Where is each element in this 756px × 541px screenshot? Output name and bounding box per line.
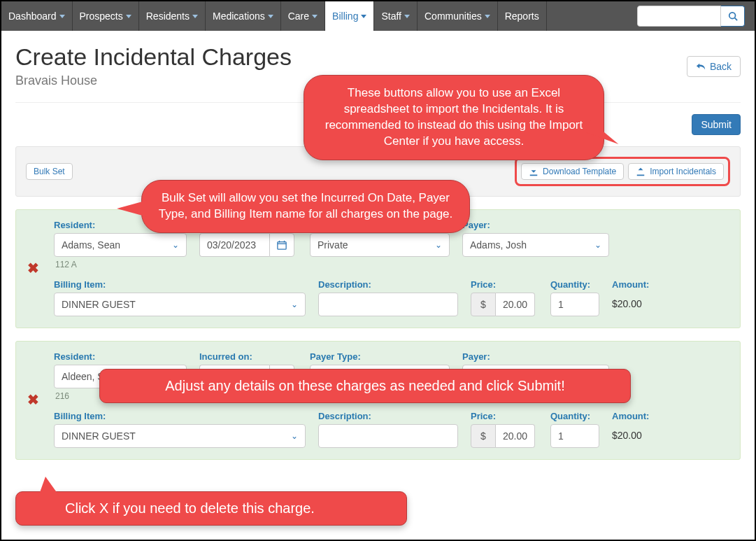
chevron-down-icon: ⌄ [291, 431, 298, 441]
nav-communities[interactable]: Communities [418, 1, 498, 31]
callout-tail-icon [117, 200, 148, 217]
submit-button[interactable]: Submit [692, 114, 741, 135]
nav-billing[interactable]: Billing [325, 1, 374, 31]
billing-item-value: DINNER GUEST [62, 430, 136, 442]
calendar-button[interactable] [269, 233, 294, 257]
payer-type-value: Private [318, 239, 348, 251]
chevron-down-icon [192, 15, 198, 18]
price-label: Price: [471, 279, 538, 290]
quantity-input[interactable]: 1 [550, 424, 599, 448]
search-icon [728, 11, 738, 21]
svg-line-1 [734, 18, 737, 21]
payer-select[interactable]: Adams, Josh⌄ [462, 233, 609, 257]
nav-dashboard[interactable]: Dashboard [1, 1, 73, 31]
chevron-down-icon [126, 15, 131, 18]
price-input[interactable]: 20.00 [496, 293, 535, 316]
nav-medications[interactable]: Medications [206, 1, 281, 31]
billing-item-value: DINNER GUEST [62, 299, 136, 310]
chevron-down-icon [485, 15, 490, 18]
nav-label: Communities [425, 10, 482, 22]
price-label: Price: [471, 411, 538, 421]
amount-label: Amount: [612, 279, 668, 290]
payer-label: Payer: [462, 220, 609, 230]
price-value: 20.00 [503, 299, 527, 310]
annotation-callout: Bulk Set will allow you set the Incurred… [141, 180, 470, 233]
import-label: Import Incidentals [650, 167, 716, 176]
delete-charge-button[interactable]: ✖ [27, 260, 39, 276]
chevron-down-icon [312, 15, 318, 18]
billing-item-label: Billing Item: [54, 279, 306, 290]
payer-label: Payer: [462, 351, 609, 362]
quantity-label: Quantity: [550, 411, 599, 421]
delete-charge-button[interactable]: ✖ [27, 391, 39, 408]
price-input-group: $ 20.00 [471, 424, 538, 448]
resident-select[interactable]: Adams, Sean⌄ [54, 233, 187, 257]
bulk-set-label: Bulk Set [34, 167, 65, 176]
description-input[interactable] [318, 293, 458, 316]
quantity-value: 1 [558, 299, 564, 310]
payer-type-select[interactable]: Private⌄ [310, 233, 450, 257]
incurred-on-label: Incurred on: [199, 351, 297, 362]
annotation-text: Bulk Set will allow you set the Incurred… [159, 191, 453, 220]
download-template-button[interactable]: Download Template [521, 163, 624, 180]
import-button-group: Download Template Import Incidentals [515, 157, 730, 186]
nav-label: Dashboard [8, 10, 57, 22]
billing-item-select[interactable]: DINNER GUEST⌄ [54, 424, 306, 448]
search-input[interactable] [637, 6, 721, 27]
nav-reports[interactable]: Reports [498, 1, 547, 31]
amount-value: $20.00 [612, 293, 668, 309]
svg-point-0 [729, 13, 735, 19]
chevron-down-icon [361, 15, 366, 18]
billing-item-label: Billing Item: [54, 411, 306, 421]
chevron-down-icon: ⌄ [172, 240, 179, 250]
search-button[interactable] [721, 6, 745, 27]
nav-label: Medications [213, 10, 265, 22]
nav-label: Billing [332, 10, 358, 22]
callout-tail-icon [38, 477, 59, 496]
submit-label: Submit [701, 119, 732, 130]
quantity-label: Quantity: [550, 279, 599, 290]
nav-label: Reports [505, 10, 539, 22]
bulk-set-button[interactable]: Bulk Set [26, 163, 73, 180]
nav-care[interactable]: Care [281, 1, 325, 31]
page-title: Create Incidental Charges [15, 43, 292, 71]
nav-label: Residents [146, 10, 190, 22]
room-number: 112 A [54, 260, 187, 269]
back-button[interactable]: Back [687, 56, 741, 77]
chevron-down-icon: ⌄ [291, 300, 298, 309]
annotation-callout: Click X if you need to delete this charg… [15, 491, 407, 526]
quantity-input[interactable]: 1 [550, 293, 599, 316]
description-input[interactable] [318, 424, 458, 448]
payer-type-label: Payer Type: [310, 351, 450, 362]
currency-symbol: $ [480, 430, 486, 442]
description-label: Description: [318, 411, 458, 421]
nav-residents[interactable]: Residents [139, 1, 206, 31]
price-input-group: $ 20.00 [471, 293, 538, 316]
incurred-on-value: 03/20/2023 [207, 239, 256, 251]
currency-symbol: $ [480, 299, 486, 310]
page-subtitle: Bravais House [15, 73, 292, 88]
quantity-value: 1 [558, 430, 564, 442]
currency-addon: $ [471, 424, 496, 448]
price-input[interactable]: 20.00 [496, 424, 535, 448]
annotation-callout: These buttons allow you to use an Excel … [304, 75, 604, 160]
price-value: 20.00 [503, 430, 527, 442]
chevron-down-icon [404, 15, 410, 18]
nav-staff[interactable]: Staff [374, 1, 418, 31]
billing-item-select[interactable]: DINNER GUEST⌄ [54, 293, 306, 316]
annotation-callout: Adjust any details on these charges as n… [99, 369, 631, 403]
import-incidentals-button[interactable]: Import Incidentals [628, 163, 724, 180]
nav-items: Dashboard Prospects Residents Medication… [1, 1, 547, 31]
description-label: Description: [318, 279, 458, 290]
nav-label: Prospects [80, 10, 123, 22]
chevron-down-icon [268, 15, 273, 18]
nav-search [633, 1, 749, 31]
amount-value: $20.00 [612, 424, 668, 441]
currency-addon: $ [471, 293, 496, 316]
incurred-on-input-group: 03/20/2023 [199, 233, 297, 257]
resident-label: Resident: [54, 351, 187, 362]
payer-value: Adams, Josh [470, 239, 527, 251]
amount-label: Amount: [612, 411, 668, 421]
incurred-on-input[interactable]: 03/20/2023 [199, 233, 269, 257]
nav-prospects[interactable]: Prospects [73, 1, 139, 31]
